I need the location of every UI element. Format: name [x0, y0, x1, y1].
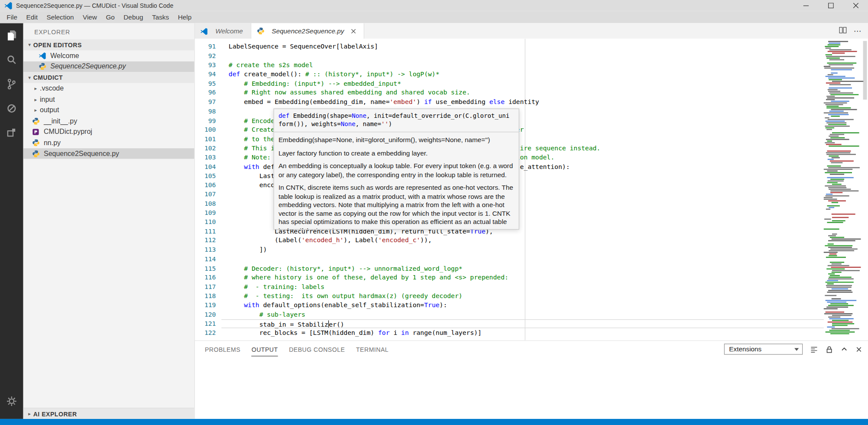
code-line-94[interactable]: 94def create_model(): # :: (history*, in…	[195, 70, 824, 79]
line-number-108[interactable]: 108	[195, 199, 216, 208]
menu-tasks[interactable]: Tasks	[148, 12, 174, 23]
code-line-93[interactable]: 93# create the s2s model	[195, 61, 824, 70]
output-content[interactable]	[195, 357, 868, 419]
tab-welcome[interactable]: Welcome	[195, 23, 251, 39]
line-number-102[interactable]: 102	[195, 144, 216, 153]
line-number-112[interactable]: 112	[195, 236, 216, 245]
code-line-119[interactable]: 119 with default_options(enable_self_sta…	[195, 301, 824, 310]
tree-item-cmudict-pyproj[interactable]: CMUDict.pyproj	[23, 127, 194, 137]
tree-item-output[interactable]: ▸output	[23, 105, 194, 116]
minimap-mark	[832, 214, 855, 215]
line-number-109[interactable]: 109	[195, 208, 216, 217]
line-number-116[interactable]: 116	[195, 273, 216, 282]
code-line-97[interactable]: 97 embed = Embedding(embedding_dim, name…	[195, 97, 824, 107]
menu-help[interactable]: Help	[173, 12, 196, 23]
activity-source-control-icon[interactable]	[0, 72, 23, 96]
line-number-107[interactable]: 107	[195, 190, 216, 199]
panel-tab-debug-console[interactable]: DEBUG CONSOLE	[289, 342, 345, 356]
panel-tab-terminal[interactable]: TERMINAL	[356, 342, 389, 356]
menu-view[interactable]: View	[78, 12, 101, 23]
line-number-115[interactable]: 115	[195, 264, 216, 273]
open-editors-header[interactable]: ▾ OPEN EDITORS	[23, 39, 194, 51]
scrollbar-thumb[interactable]	[863, 41, 867, 100]
code-line-95[interactable]: 95 # Embedding: (input*) --> embedded_in…	[195, 79, 824, 88]
tree-item-init-py[interactable]: __init__.py	[23, 116, 194, 127]
minimap[interactable]	[824, 41, 862, 337]
code-line-114[interactable]: 114	[195, 254, 824, 263]
close-panel-icon[interactable]	[855, 346, 863, 353]
output-channel-select[interactable]: Extensions	[724, 344, 803, 355]
clear-output-icon[interactable]	[810, 345, 818, 353]
line-number-103[interactable]: 103	[195, 153, 216, 162]
menu-edit[interactable]: Edit	[22, 12, 42, 23]
tab-sequence2sequence-py[interactable]: Sequence2Sequence.py	[251, 23, 364, 39]
line-number-95[interactable]: 95	[195, 79, 216, 88]
open-editor-welcome[interactable]: Welcome	[23, 50, 194, 61]
code-editor[interactable]: 91LabelSequence = SequenceOver[labelAxis…	[195, 39, 868, 340]
code-line-113[interactable]: 113 ])	[195, 245, 824, 254]
tree-item-sequence2sequence-py[interactable]: Sequence2Sequence.py	[23, 148, 194, 159]
open-editor-sequence2sequence-py[interactable]: Sequence2Sequence.py	[23, 61, 194, 72]
code-line-112[interactable]: 112 (Label('encoded_h'), Label('encoded_…	[195, 236, 824, 245]
line-number-113[interactable]: 113	[195, 245, 216, 254]
line-number-121[interactable]: 121	[195, 319, 216, 328]
settings-gear-icon[interactable]	[0, 389, 23, 413]
line-number-120[interactable]: 120	[195, 310, 216, 319]
code-line-96[interactable]: 96 # Right now assumes shared embedding …	[195, 88, 824, 97]
line-number-104[interactable]: 104	[195, 162, 216, 171]
code-line-117[interactable]: 117 # - training: labels	[195, 282, 824, 291]
code-line-122[interactable]: 122 rec_blocks = [LSTM(hidden_dim) for i…	[195, 328, 824, 337]
line-number-99[interactable]: 99	[195, 116, 216, 125]
code-line-92[interactable]: 92	[195, 51, 824, 60]
line-number-93[interactable]: 93	[195, 61, 216, 70]
ai-explorer-header[interactable]: ▸ AI EXPLORER	[23, 408, 194, 419]
menu-go[interactable]: Go	[101, 12, 119, 23]
activity-explorer-icon[interactable]	[0, 23, 23, 48]
minimap-line	[824, 120, 862, 122]
line-number-96[interactable]: 96	[195, 88, 216, 97]
line-number-101[interactable]: 101	[195, 134, 216, 143]
lock-scroll-icon[interactable]	[826, 345, 833, 353]
activity-extensions-icon[interactable]	[0, 120, 23, 145]
folder-section-header[interactable]: ▾ CMUDICT	[23, 72, 194, 83]
code-line-121[interactable]: 121 stab_in = Stabilizer()	[195, 319, 824, 328]
code-line-91[interactable]: 91LabelSequence = SequenceOver[labelAxis…	[195, 42, 824, 51]
line-number-105[interactable]: 105	[195, 171, 216, 180]
close-tab-icon[interactable]	[351, 29, 356, 33]
line-number-92[interactable]: 92	[195, 51, 216, 60]
code-line-116[interactable]: 116 # where history is one of these, del…	[195, 273, 824, 282]
maximize-button[interactable]	[818, 0, 843, 11]
line-number-110[interactable]: 110	[195, 217, 216, 227]
activity-debug-icon[interactable]	[0, 96, 23, 120]
line-number-106[interactable]: 106	[195, 181, 216, 190]
line-number-100[interactable]: 100	[195, 125, 216, 134]
minimap-mark	[832, 81, 864, 82]
line-number-98[interactable]: 98	[195, 107, 216, 116]
line-number-94[interactable]: 94	[195, 70, 216, 79]
minimize-button[interactable]	[794, 0, 819, 11]
menu-file[interactable]: File	[2, 12, 22, 23]
activity-search-icon[interactable]	[0, 48, 23, 72]
code-line-118[interactable]: 118 # - testing: its own output hardmax(…	[195, 292, 824, 301]
tree-item-nn-py[interactable]: nn.py	[23, 137, 194, 148]
line-number-117[interactable]: 117	[195, 282, 216, 291]
line-number-111[interactable]: 111	[195, 227, 216, 236]
maximize-panel-icon[interactable]	[840, 345, 848, 353]
line-number-119[interactable]: 119	[195, 301, 216, 310]
panel-tab-output[interactable]: OUTPUT	[252, 342, 278, 356]
tree-item-input[interactable]: ▸input	[23, 94, 194, 105]
line-number-122[interactable]: 122	[195, 328, 216, 337]
menu-debug[interactable]: Debug	[119, 12, 148, 23]
line-number-97[interactable]: 97	[195, 97, 216, 107]
menu-selection[interactable]: Selection	[42, 12, 78, 23]
tree-item-vscode[interactable]: ▸.vscode	[23, 83, 194, 94]
split-editor-icon[interactable]	[839, 26, 847, 36]
close-button[interactable]	[843, 0, 868, 11]
line-number-91[interactable]: 91	[195, 42, 216, 51]
line-number-118[interactable]: 118	[195, 292, 216, 301]
panel-tab-problems[interactable]: PROBLEMS	[205, 342, 240, 356]
code-line-120[interactable]: 120 # sub-layers	[195, 310, 824, 319]
more-actions-icon[interactable]: ⋯	[854, 27, 862, 35]
code-line-115[interactable]: 115 # Decoder: (history*, input*) --> un…	[195, 264, 824, 273]
line-number-114[interactable]: 114	[195, 254, 216, 263]
